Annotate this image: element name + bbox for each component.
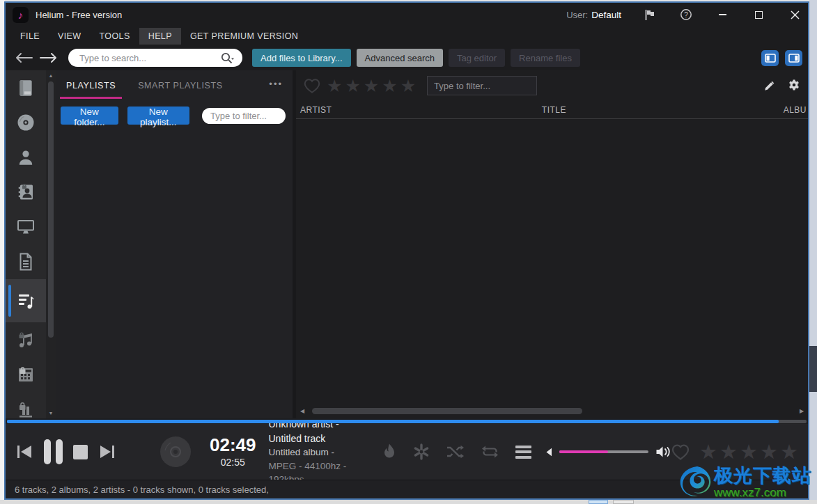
menu-view[interactable]: VIEW [49, 28, 91, 45]
sidebar-item-statistics-locked[interactable] [6, 392, 46, 418]
tag-editor-button: Tag editor [449, 49, 505, 67]
playlists-filter-input[interactable] [202, 108, 286, 124]
sidebar-item-music-locked[interactable] [6, 322, 46, 357]
seek-track[interactable] [7, 420, 807, 423]
volume-up-speaker-icon[interactable] [655, 446, 671, 458]
statistics-lock-icon [16, 400, 36, 418]
desktop: ♪ Helium - Free version User: Default ? [0, 0, 817, 504]
sidebar-item-artists[interactable] [6, 140, 46, 175]
seek-fill [7, 420, 779, 423]
close-button[interactable] [787, 7, 802, 22]
column-artist[interactable]: ARTIST [300, 105, 332, 115]
settings-gear-icon[interactable] [787, 79, 801, 93]
volume-down-icon[interactable] [545, 448, 552, 457]
playlists-actions: New folder... New playlist... [56, 101, 293, 125]
album-art-disc-icon [159, 436, 192, 468]
add-files-button[interactable]: Add files to Library... [252, 49, 351, 67]
burst-asterisk-icon[interactable] [413, 443, 430, 460]
previous-track-button[interactable] [15, 443, 33, 460]
rating-star-icon[interactable]: ★ [699, 442, 717, 462]
taskbar-fragment [613, 500, 634, 504]
more-options-icon[interactable]: ••• [269, 79, 286, 93]
volume-slider[interactable] [559, 450, 648, 453]
pause-button[interactable] [44, 439, 63, 464]
horizontal-scrollbar[interactable]: ◀ ▶ [298, 406, 806, 416]
next-track-button[interactable] [98, 443, 116, 460]
watermark-url: www.xz7.com [714, 487, 811, 498]
watermark: 极光下载站 www.xz7.com [676, 465, 811, 500]
tab-smart-playlists[interactable]: SMART PLAYLISTS [132, 72, 229, 99]
love-track-heart-icon[interactable] [671, 443, 690, 461]
queue-list-icon[interactable] [515, 446, 531, 459]
rating-star-icon[interactable]: ★ [719, 442, 738, 462]
tab-playlists[interactable]: PLAYLISTS [60, 72, 122, 99]
scroll-right-icon[interactable]: ▶ [797, 408, 806, 414]
new-playlist-button[interactable]: New playlist... [127, 107, 189, 125]
monitor-icon [16, 218, 36, 236]
menu-tools[interactable]: TOOLS [91, 28, 139, 45]
sidebar-item-devices[interactable] [6, 210, 46, 244]
search-input[interactable] [68, 49, 220, 67]
disc-icon [16, 113, 36, 132]
scroll-down-icon[interactable]: ▼ [46, 411, 56, 416]
sidebar-item-files[interactable] [6, 244, 46, 279]
hscroll-thumb[interactable] [312, 408, 582, 414]
menu-file[interactable]: FILE [11, 28, 49, 45]
document-icon [17, 252, 34, 271]
playlist-icon [15, 290, 36, 311]
sidebar-item-library[interactable] [6, 70, 46, 105]
elapsed-time: 02:49 [210, 436, 256, 455]
background-window-right [809, 0, 817, 504]
flag-icon[interactable] [642, 7, 658, 22]
sidebar-item-contacts[interactable] [6, 175, 46, 210]
scrollbar-thumb[interactable] [48, 81, 54, 338]
hscroll-track[interactable] [306, 407, 797, 415]
maximize-button[interactable] [751, 7, 766, 22]
minimize-button[interactable] [715, 7, 730, 22]
track-filter-input[interactable] [427, 76, 537, 95]
rating-star-icon[interactable]: ★ [327, 77, 342, 95]
help-icon[interactable]: ? [678, 7, 694, 22]
search-box[interactable] [68, 49, 242, 67]
sidebar-scrollbar[interactable]: ▲ ▼ [46, 70, 56, 418]
rating-star-icon[interactable]: ★ [382, 77, 397, 95]
taskbar-strip [0, 500, 817, 504]
back-arrow-button[interactable] [14, 52, 33, 63]
edit-pencil-icon[interactable] [763, 79, 776, 92]
title-bar: ♪ Helium - Free version User: Default ? [6, 3, 808, 26]
stop-button[interactable] [73, 445, 88, 459]
menu-help[interactable]: HELP [139, 28, 181, 45]
column-album[interactable]: ALBU [784, 105, 807, 115]
toggle-left-panel-button[interactable] [761, 50, 779, 66]
column-title[interactable]: TITLE [542, 105, 566, 115]
advanced-search-button[interactable]: Advanced search [357, 49, 443, 67]
rating-star-icon[interactable]: ★ [400, 77, 416, 95]
forward-arrow-button[interactable] [39, 52, 59, 63]
track-list-empty [296, 119, 808, 418]
menu-get-premium[interactable]: GET PREMIUM VERSION [181, 28, 307, 45]
sidebar-item-calendar-locked[interactable] [6, 357, 46, 392]
search-icon[interactable] [220, 52, 235, 64]
toggle-right-panel-button[interactable] [785, 50, 802, 66]
hot-tracks-flame-icon[interactable] [382, 443, 397, 462]
rating-star-icon[interactable]: ★ [760, 442, 778, 462]
user-value[interactable]: Default [591, 10, 621, 20]
sidebar-item-albums[interactable] [6, 105, 46, 140]
track-panel-toolbar: ★ ★ ★ ★ ★ [296, 70, 808, 101]
window-title: Helium - Free version [36, 10, 122, 20]
favorite-heart-icon[interactable] [303, 77, 321, 94]
new-folder-button[interactable]: New folder... [61, 107, 118, 125]
scroll-left-icon[interactable]: ◀ [298, 408, 306, 414]
rating-star-icon[interactable]: ★ [345, 77, 360, 95]
helium-window: ♪ Helium - Free version User: Default ? [4, 1, 809, 500]
menu-bar: FILE VIEW TOOLS HELP GET PREMIUM VERSION [6, 26, 808, 45]
scroll-up-icon[interactable]: ▲ [46, 73, 56, 78]
shuffle-icon[interactable] [446, 444, 465, 459]
seek-bar[interactable] [6, 418, 808, 424]
rating-star-icon[interactable]: ★ [364, 77, 379, 95]
volume-fill [559, 450, 608, 453]
repeat-icon[interactable] [481, 445, 499, 459]
rating-star-icon[interactable]: ★ [740, 442, 758, 462]
sidebar-item-playlists[interactable] [6, 279, 46, 322]
rating-star-icon[interactable]: ★ [780, 442, 798, 462]
